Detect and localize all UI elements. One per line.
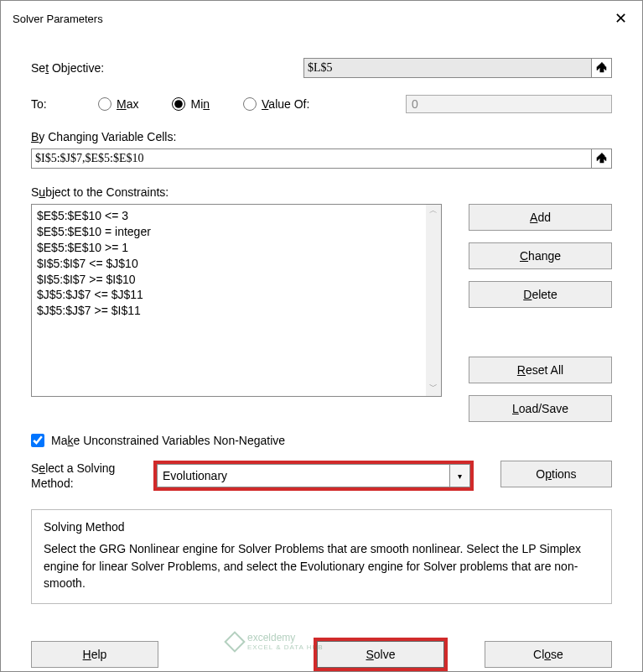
scroll-up-icon[interactable]: ︿: [426, 205, 441, 220]
constraint-item[interactable]: $J$5:$J$7 >= $I$11: [37, 303, 436, 319]
to-row: To: Max Min Value Of:: [31, 95, 612, 113]
load-save-button[interactable]: Load/Save: [469, 395, 612, 422]
solving-method-group: Solving Method Select the GRG Nonlinear …: [31, 509, 612, 604]
dialog-content: Set Objective: 🡹 To: Max Min Value Of: B…: [1, 33, 642, 638]
unconstrained-label: Make Unconstrained Variables Non-Negativ…: [51, 434, 285, 447]
method-combo-highlight: Evolutionary ▾: [153, 461, 474, 491]
set-objective-row: Set Objective: 🡹: [31, 58, 612, 78]
select-method-label: Select a Solving Method:: [31, 461, 140, 491]
collapse-icon[interactable]: 🡹: [592, 58, 612, 78]
titlebar: Solver Parameters ✕: [1, 1, 642, 33]
objective-input[interactable]: [303, 58, 592, 78]
group-description: Select the GRG Nonlinear engine for Solv…: [44, 540, 599, 591]
close-icon[interactable]: ✕: [608, 8, 634, 29]
scrollbar[interactable]: ︿ ﹀: [426, 205, 441, 396]
constraints-listbox[interactable]: $E$5:$E$10 <= 3 $E$5:$E$10 = integer $E$…: [31, 204, 442, 397]
delete-button[interactable]: Delete: [469, 281, 612, 308]
subject-to-label: Subject to the Constraints:: [31, 185, 612, 199]
chevron-down-icon[interactable]: ▾: [450, 464, 470, 487]
constraint-item[interactable]: $E$5:$E$10 <= 3: [37, 208, 436, 224]
options-button[interactable]: Options: [500, 461, 612, 487]
reset-all-button[interactable]: Reset All: [469, 357, 612, 383]
by-changing-label: By Changing Variable Cells:: [31, 130, 612, 143]
valueof-label: Value Of:: [262, 97, 309, 111]
constraint-item[interactable]: $I$5:$I$7 >= $I$10: [37, 272, 436, 288]
to-label: To:: [31, 97, 98, 111]
radio-max[interactable]: Max: [98, 97, 138, 111]
radio-valueof[interactable]: Value Of:: [243, 97, 309, 111]
radio-min[interactable]: Min: [172, 97, 210, 111]
collapse-icon[interactable]: 🡹: [592, 148, 612, 169]
solve-highlight: Solve: [314, 638, 448, 671]
valueof-input[interactable]: [406, 95, 612, 113]
bottom-buttons: Help Solve Close: [1, 638, 642, 671]
unconstrained-checkbox[interactable]: Make Unconstrained Variables Non-Negativ…: [31, 434, 612, 447]
group-title: Solving Method: [44, 520, 599, 534]
help-button[interactable]: Help: [31, 641, 158, 668]
constraint-item[interactable]: $E$5:$E$10 = integer: [37, 224, 436, 240]
scroll-down-icon[interactable]: ﹀: [426, 381, 441, 396]
constraint-item[interactable]: $E$5:$E$10 >= 1: [37, 240, 436, 256]
method-row: Select a Solving Method: Evolutionary ▾ …: [31, 461, 612, 491]
constraint-buttons: Add Change Delete Reset All Load/Save: [469, 204, 612, 422]
method-value: Evolutionary: [163, 469, 227, 482]
max-label: Max: [117, 97, 138, 111]
changing-refedit[interactable]: 🡹: [31, 148, 612, 169]
constraints-area: $E$5:$E$10 <= 3 $E$5:$E$10 = integer $E$…: [31, 204, 612, 422]
method-combobox[interactable]: Evolutionary: [157, 464, 450, 487]
change-button[interactable]: Change: [469, 242, 612, 269]
min-label: Min: [190, 97, 210, 111]
objective-refedit[interactable]: 🡹: [303, 58, 612, 78]
add-button[interactable]: Add: [469, 204, 612, 231]
close-button[interactable]: Close: [485, 641, 612, 668]
gap: [469, 320, 612, 345]
window-title: Solver Parameters: [13, 13, 103, 25]
constraint-item[interactable]: $I$5:$I$7 <= $J$10: [37, 256, 436, 272]
set-objective-label: Set Objective:: [31, 61, 303, 75]
constraint-item[interactable]: $J$5:$J$7 <= $J$11: [37, 287, 436, 303]
solve-button[interactable]: Solve: [317, 641, 444, 668]
changing-input[interactable]: [31, 148, 592, 169]
